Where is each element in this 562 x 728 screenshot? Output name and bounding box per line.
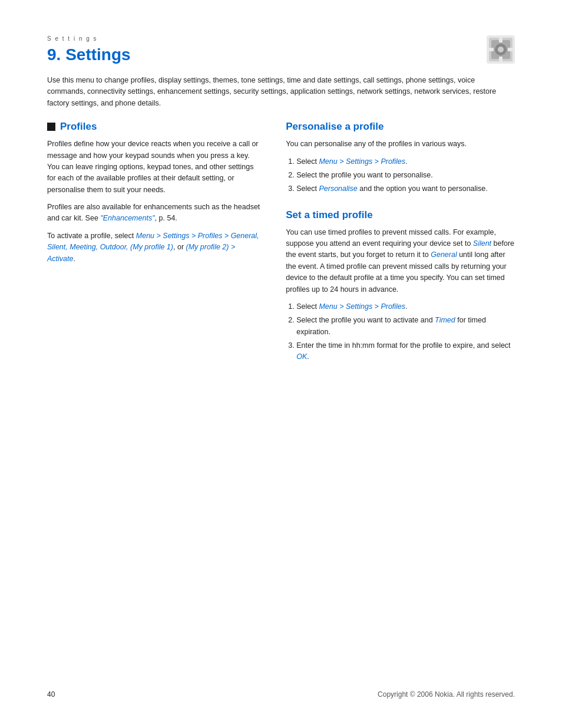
personalise-step-1: Select Menu > Settings > Profiles. [296, 156, 515, 167]
two-column-layout: Profiles Profiles define how your device… [47, 121, 515, 369]
profiles-para2-suffix: , p. 54. [155, 214, 177, 222]
page: S e t t i n g s 9. Settings Use this men… [0, 0, 562, 728]
personalise-heading-text: Personalise a profile [286, 121, 384, 132]
profiles-para3-prefix: To activate a profile, select [47, 232, 136, 240]
timed-step-3: Enter the time in hh:mm format for the p… [296, 340, 515, 363]
personalise-step1-suffix: . [405, 157, 407, 166]
personalise-steps: Select Menu > Settings > Profiles. Selec… [296, 156, 515, 195]
copyright-text: Copyright © 2006 Nokia. All rights reser… [378, 690, 515, 699]
page-number: 40 [47, 690, 55, 699]
timed-step-2: Select the profile you want to activate … [296, 315, 515, 338]
timed-step3-suffix: . [307, 353, 309, 361]
profiles-para1: Profiles define how your device reacts w… [47, 139, 262, 196]
intro-text: Use this menu to change profiles, displa… [47, 75, 515, 109]
personalise-step1-prefix: Select [296, 157, 319, 166]
personalise-step-3: Select Personalise and the option you wa… [296, 183, 515, 195]
timed-step-1: Select Menu > Settings > Profiles. [296, 301, 515, 312]
personalise-step2-text: Select the profile you want to personali… [296, 171, 432, 179]
timed-link: Timed [435, 316, 455, 324]
general-link: General [431, 251, 457, 259]
section-label: S e t t i n g s [47, 35, 515, 42]
svg-rect-8 [489, 48, 494, 51]
timed-step1-prefix: Select [296, 302, 319, 311]
chapter-title: 9. Settings [47, 45, 515, 64]
timed-profile-steps: Select Menu > Settings > Profiles. Selec… [296, 301, 515, 363]
timed-profile-intro: You can use timed profiles to prevent mi… [286, 227, 515, 295]
timed-profile-heading-text: Set a timed profile [286, 209, 372, 220]
left-column: Profiles Profiles define how your device… [47, 121, 262, 369]
personalise-step3-suffix: and the option you want to personalise. [358, 185, 488, 193]
personalise-intro: You can personalise any of the profiles … [286, 139, 515, 150]
enhancements-link[interactable]: "Enhancements" [100, 214, 154, 222]
svg-point-4 [498, 47, 504, 52]
profiles-square-icon [47, 123, 55, 131]
profiles-para2: Profiles are also available for enhancem… [47, 202, 262, 225]
chapter-icon [487, 35, 515, 64]
timed-step1-link[interactable]: Menu > Settings > Profiles [319, 302, 405, 311]
timed-step3-prefix: Enter the time in hh:mm format for the p… [296, 341, 510, 350]
profiles-para3: To activate a profile, select Menu > Set… [47, 230, 262, 265]
right-column: Personalise a profile You can personalis… [286, 121, 515, 369]
profiles-para3-suffix: . [73, 255, 75, 263]
profiles-heading: Profiles [47, 121, 262, 133]
svg-rect-7 [499, 57, 503, 61]
personalise-heading: Personalise a profile [286, 121, 515, 133]
profiles-para3-middle: , or [173, 243, 186, 251]
personalise-step3-prefix: Select [296, 185, 319, 193]
profiles-heading-text: Profiles [60, 121, 97, 133]
svg-rect-5 [499, 38, 503, 42]
timed-intro-text: You can use timed profiles to prevent mi… [286, 228, 496, 248]
timed-step2-prefix: Select the profile you want to activate … [296, 316, 435, 324]
personalise-step1-link[interactable]: Menu > Settings > Profiles [319, 157, 405, 166]
personalise-step-2: Select the profile you want to personali… [296, 170, 515, 181]
personalise-link: Personalise [319, 185, 357, 193]
silent-link: Silent [473, 239, 491, 248]
svg-rect-6 [508, 48, 513, 51]
timed-step1-suffix: . [405, 302, 407, 311]
timed-profile-heading: Set a timed profile [286, 209, 515, 221]
ok-link: OK [296, 353, 307, 361]
footer: 40 Copyright © 2006 Nokia. All rights re… [0, 690, 562, 699]
